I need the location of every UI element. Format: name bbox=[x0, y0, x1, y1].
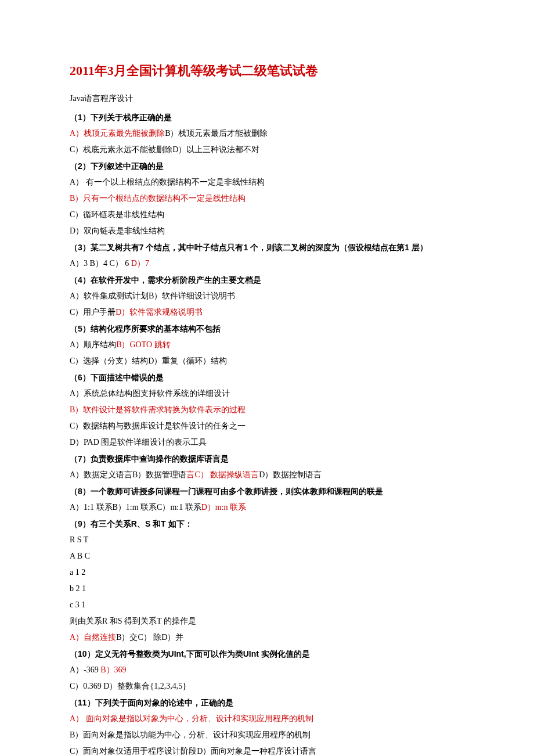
q4-line1: A）软件集成测试计划B）软件详细设计说明书 bbox=[70, 288, 464, 304]
q9-r6: 则由关系R 和S 得到关系T 的操作是 bbox=[70, 613, 464, 629]
q6-opt-b: B）软件设计是将软件需求转换为软件表示的过程 bbox=[70, 402, 464, 418]
q6-opt-c: C）数据结构与数据库设计是软件设计的任务之一 bbox=[70, 418, 464, 434]
q11-opt-b: B）面向对象是指以功能为中心，分析、设计和实现应用程序的机制 bbox=[70, 727, 464, 743]
q1-opt-b: B）栈顶元素最后才能被删除 bbox=[165, 129, 268, 138]
q8-red: D）m:n 联系 bbox=[201, 503, 246, 512]
q4-line2-pre: C）用户手册 bbox=[70, 308, 116, 316]
exam-title: 2011年3月全国计算机等级考试二级笔试试卷 bbox=[70, 58, 464, 84]
q7-post: D）数据控制语言 bbox=[259, 470, 322, 479]
q1-opt-a: A）栈顶元素最先能被删除 bbox=[70, 129, 165, 138]
q1-line2: C）栈底元素永远不能被删除D）以上三种说法都不对 bbox=[70, 142, 464, 158]
q3-opts-pre: A）3 B）4 C） 6 bbox=[70, 259, 131, 268]
q9-opt-post: B）交C） 除D）并 bbox=[116, 633, 183, 642]
q9-r4: b 2 1 bbox=[70, 581, 464, 597]
q9-r2: A B C bbox=[70, 548, 464, 564]
q3-opts: A）3 B）4 C） 6 D）7 bbox=[70, 255, 464, 272]
q9-r3: a 1 2 bbox=[70, 564, 464, 581]
q11-stem: （11）下列关于面向对象的论述中，正确的是 bbox=[70, 694, 464, 711]
q10-line1-pre: A）-369 bbox=[70, 665, 100, 674]
q2-opt-b: B）只有一个根结点的数据结构不一定是线性结构 bbox=[70, 190, 464, 207]
q5-stem: （5）结构化程序所要求的基本结构不包括 bbox=[70, 321, 464, 337]
q10-line2: C）0.369 D）整数集合{1,2,3,4,5} bbox=[70, 678, 464, 694]
q2-opt-c: C）循环链表是非线性结构 bbox=[70, 207, 464, 223]
q5-line1: A）顺序结构B）GOTO 跳转 bbox=[70, 337, 464, 353]
q6-stem: （6）下面描述中错误的是 bbox=[70, 369, 464, 386]
q11-opt-c: C）面向对象仅适用于程序设计阶段D）面向对象是一种程序设计语言 bbox=[70, 743, 464, 756]
q5-line1-red: B）GOTO 跳转 bbox=[116, 340, 170, 349]
q10-stem: （10）定义无符号整数类为UInt,下面可以作为类UInt 实例化值的是 bbox=[70, 646, 464, 662]
q6-opt-d: D）PAD 图是软件详细设计的表示工具 bbox=[70, 434, 464, 451]
q1-stem: （1）下列关于栈序正确的是 bbox=[70, 109, 464, 125]
q7-stem: （7）负责数据库中查询操作的数据库语言是 bbox=[70, 451, 464, 467]
q9-opt-red: A）自然连接 bbox=[70, 633, 116, 642]
q4-line2-red: D）软件需求规格说明书 bbox=[116, 308, 203, 316]
q9-r1: R S T bbox=[70, 532, 464, 548]
q7-opts: A）数据定义语言B）数据管理语言C） 数据操纵语言D）数据控制语言 bbox=[70, 467, 464, 483]
q9-r5: c 3 1 bbox=[70, 597, 464, 613]
q7-pre: A）数据定义语言B）数据管理语 bbox=[70, 470, 186, 479]
q10-line1-red: B）369 bbox=[100, 665, 126, 674]
exam-subtitle: Java语言程序设计 bbox=[70, 91, 464, 107]
q8-opts: A）1:1 联系B）1:m 联系C）m:1 联系D）m:n 联系 bbox=[70, 499, 464, 516]
q9-stem: （9）有三个关系R、S 和T 如下： bbox=[70, 516, 464, 532]
q4-stem: （4）在软件开发中，需求分析阶段产生的主要文档是 bbox=[70, 272, 464, 288]
q5-line1-pre: A）顺序结构 bbox=[70, 340, 116, 349]
q9-opts: A）自然连接B）交C） 除D）并 bbox=[70, 629, 464, 646]
q2-opt-a: A） 有一个以上根结点的数据结构不一定是非线性结构 bbox=[70, 174, 464, 190]
q11-opt-a: A） 面向对象是指以对象为中心，分析、设计和实现应用程序的机制 bbox=[70, 711, 464, 727]
q2-stem: （2）下列叙述中正确的是 bbox=[70, 158, 464, 174]
q2-opt-d: D）双向链表是非线性结构 bbox=[70, 223, 464, 239]
q8-stem: （8）一个教师可讲授多问课程一门课程可由多个教师讲授，则实体教师和课程间的联是 bbox=[70, 483, 464, 499]
q6-opt-a: A）系统总体结构图支持软件系统的详细设计 bbox=[70, 386, 464, 402]
q7-red: 言C） 数据操纵语言 bbox=[186, 470, 259, 479]
q3-opt-d: D）7 bbox=[131, 259, 149, 268]
q8-pre: A）1:1 联系B）1:m 联系C）m:1 联系 bbox=[70, 503, 201, 512]
q5-line2: C）选择（分支）结构D）重复（循环）结构 bbox=[70, 353, 464, 369]
q1-line1: A）栈顶元素最先能被删除B）栈顶元素最后才能被删除 bbox=[70, 125, 464, 142]
q3-stem: （3）某二叉树共有7 个结点，其中叶子结点只有1 个，则该二叉树的深度为（假设根… bbox=[70, 239, 464, 255]
q10-line1: A）-369 B）369 bbox=[70, 662, 464, 678]
q4-line2: C）用户手册D）软件需求规格说明书 bbox=[70, 304, 464, 321]
